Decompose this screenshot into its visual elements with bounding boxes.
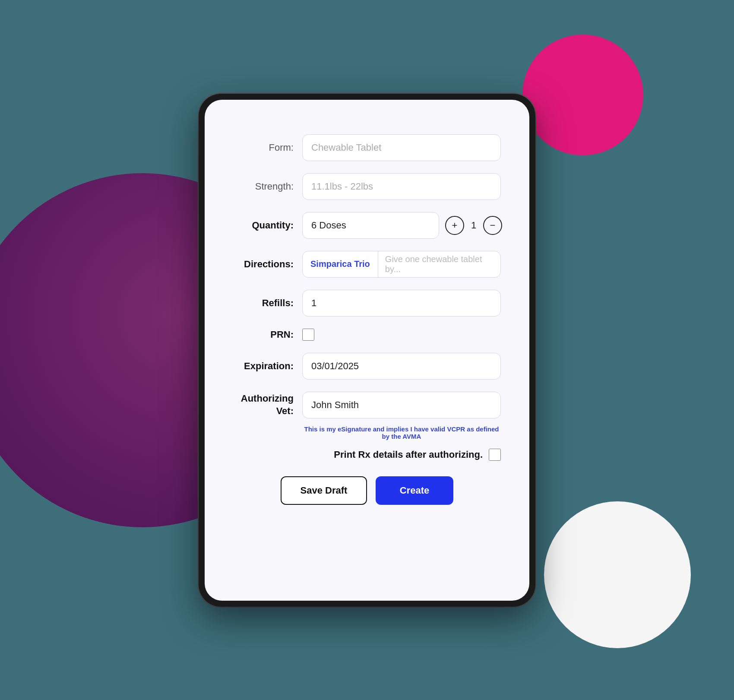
strength-label: Strength: (233, 181, 302, 192)
create-button[interactable]: Create (376, 476, 453, 505)
quantity-controls: + 1 − (445, 216, 502, 235)
expiration-input[interactable] (302, 353, 501, 380)
authorizing-vet-label: Authorizing Vet: (233, 393, 302, 417)
authorizing-vet-row: Authorizing Vet: (233, 392, 501, 418)
prn-checkbox[interactable] (302, 329, 314, 341)
strength-row: Strength: (233, 173, 501, 200)
esignature-row: This is my eSignature and implies I have… (233, 425, 501, 440)
bg-circle-right-bottom (544, 501, 691, 648)
quantity-input[interactable] (302, 212, 439, 239)
authorizing-vet-label-line2: Vet: (276, 405, 294, 416)
prn-label: PRN: (233, 329, 302, 340)
expiration-row: Expiration: (233, 353, 501, 380)
refills-label: Refills: (233, 298, 302, 309)
authorizing-vet-input[interactable] (302, 392, 501, 418)
quantity-number: 1 (469, 220, 478, 231)
form-container: Form: Strength: Quantity: + 1 − Dir (233, 134, 501, 505)
refills-input[interactable] (302, 290, 501, 317)
quantity-decrement-button[interactable]: − (483, 216, 502, 235)
device-screen: Form: Strength: Quantity: + 1 − Dir (205, 100, 529, 601)
print-rx-checkbox[interactable] (489, 449, 501, 461)
print-rx-label: Print Rx details after authorizing. (334, 449, 483, 460)
directions-placeholder-text: Give one chewable tablet by... (378, 251, 500, 277)
esignature-text: This is my eSignature and implies I have… (302, 425, 501, 440)
device-frame: Form: Strength: Quantity: + 1 − Dir (199, 94, 535, 607)
strength-input[interactable] (302, 173, 501, 200)
print-rx-row: Print Rx details after authorizing. (233, 449, 501, 461)
form-field-input[interactable] (302, 134, 501, 161)
authorizing-vet-label-line1: Authorizing (241, 393, 294, 404)
bg-circle-right-top (522, 35, 643, 155)
prn-row: PRN: (233, 329, 501, 341)
expiration-label: Expiration: (233, 361, 302, 372)
directions-tag: Simparica Trio (303, 251, 378, 277)
quantity-increment-button[interactable]: + (445, 216, 464, 235)
form-field-label: Form: (233, 142, 302, 153)
directions-row: Directions: Simparica Trio Give one chew… (233, 251, 501, 278)
directions-input-wrapper[interactable]: Simparica Trio Give one chewable tablet … (302, 251, 501, 278)
save-draft-button[interactable]: Save Draft (281, 476, 367, 505)
directions-label: Directions: (233, 259, 302, 270)
form-row: Form: (233, 134, 501, 161)
quantity-label: Quantity: (233, 220, 302, 231)
quantity-row: Quantity: + 1 − (233, 212, 501, 239)
action-buttons-row: Save Draft Create (233, 476, 501, 505)
refills-row: Refills: (233, 290, 501, 317)
